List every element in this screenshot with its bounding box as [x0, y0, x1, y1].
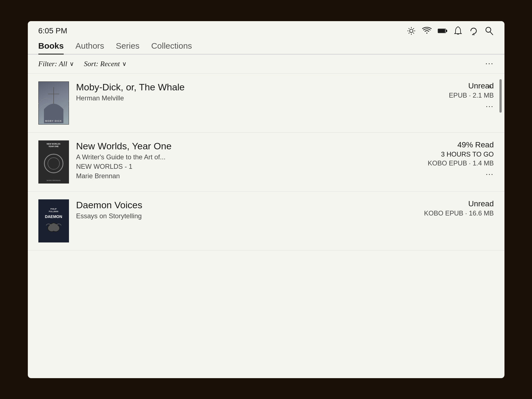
book-author-new-worlds: Marie Brennan: [76, 172, 420, 180]
book-item-daemon-voices[interactable]: PHILIPPULLMAN DAEMON Daemon Voices Essay…: [28, 192, 504, 251]
svg-line-8: [409, 33, 409, 33]
book-subtitle-new-worlds: A Writer's Guide to the Art of...: [76, 153, 420, 161]
battery-icon: [438, 26, 447, 36]
book-cover-moby-dick: MOBY DICK: [38, 81, 69, 125]
svg-rect-11: [438, 29, 445, 32]
sort-dropdown[interactable]: Sort: Recent ∨: [84, 60, 127, 68]
nav-tabs: Books Authors Series Collections: [28, 38, 504, 54]
book-item-new-worlds[interactable]: NEW WORLDSYEAR ONE MARIE BRENNAN New Wor…: [28, 133, 504, 192]
book-more-moby-dick[interactable]: ···: [427, 103, 494, 111]
book-more-new-worlds[interactable]: ···: [427, 170, 494, 179]
sort-chevron-icon: ∨: [122, 60, 127, 68]
book-status-daemon-voices: Unread: [424, 199, 494, 208]
tab-series[interactable]: Series: [116, 41, 140, 54]
book-title-daemon-voices: Daemon Voices: [76, 199, 417, 211]
book-format-new-worlds: KOBO EPUB · 1.4 MB: [427, 159, 494, 167]
cover-title-daemon-voices: DAEMON: [45, 214, 62, 219]
book-meta-moby-dick: Unread EPUB · 2.1 MB ···: [427, 81, 494, 111]
status-icons: [407, 26, 494, 36]
tab-books[interactable]: Books: [38, 41, 64, 54]
book-format-daemon-voices: KOBO EPUB · 16.6 MB: [424, 209, 494, 217]
book-author-moby-dick: Herman Melville: [76, 94, 420, 102]
book-subtitle-daemon-voices: Essays on Storytelling: [76, 212, 417, 220]
status-bar: 6:05 PM: [28, 21, 504, 38]
svg-line-6: [413, 33, 414, 33]
svg-rect-10: [446, 30, 447, 31]
brightness-icon[interactable]: [407, 26, 416, 36]
notification-icon[interactable]: [453, 26, 463, 36]
cover-author-daemon-voices: PHILIPPULLMAN: [49, 208, 58, 213]
cover-moby-dick-text: MOBY DICK: [38, 120, 69, 122]
book-info-daemon-voices: Daemon Voices Essays on Storytelling: [76, 199, 417, 220]
scrollbar[interactable]: [499, 79, 502, 373]
book-time-left-new-worlds: 3 HOURS TO GO: [427, 150, 494, 158]
book-meta-new-worlds: 49% Read 3 HOURS TO GO KOBO EPUB · 1.4 M…: [427, 140, 494, 179]
filter-bar: Filter: All ∨ Sort: Recent ∨ ···: [28, 54, 504, 74]
screen: 6:05 PM: [28, 21, 504, 378]
book-status-moby-dick: Unread: [427, 81, 494, 90]
svg-point-0: [410, 29, 413, 33]
book-cover-daemon-voices: PHILIPPULLMAN DAEMON: [38, 199, 69, 242]
wifi-icon: [422, 26, 432, 36]
svg-line-7: [413, 28, 414, 29]
book-info-new-worlds: New Worlds, Year One A Writer's Guide to…: [76, 140, 420, 180]
book-item-moby-dick[interactable]: MOBY DICK Moby-Dick, or, The Whale Herma…: [28, 74, 504, 133]
book-cover-new-worlds: NEW WORLDSYEAR ONE MARIE BRENNAN: [38, 140, 69, 184]
tab-collections[interactable]: Collections: [151, 41, 192, 54]
scrollbar-thumb[interactable]: [499, 79, 502, 113]
device-frame: 6:05 PM: [23, 16, 509, 383]
cover-circle-new-worlds: [44, 154, 63, 173]
book-format-moby-dick: EPUB · 2.1 MB: [427, 91, 494, 99]
cover-author-new-worlds: MARIE BRENNAN: [46, 180, 60, 181]
status-time: 6:05 PM: [38, 26, 67, 35]
cover-title-new-worlds: NEW WORLDSYEAR ONE: [47, 143, 60, 148]
tab-authors[interactable]: Authors: [75, 41, 104, 54]
filter-dropdown[interactable]: Filter: All ∨: [38, 60, 74, 68]
book-series-new-worlds: NEW WORLDS - 1: [76, 163, 420, 170]
book-meta-daemon-voices: Unread KOBO EPUB · 16.6 MB: [424, 199, 494, 217]
collapse-icon-moby-dick[interactable]: ∧: [488, 83, 492, 90]
filter-chevron-icon: ∨: [70, 60, 74, 68]
book-read-pct-new-worlds: 49% Read: [427, 140, 494, 149]
book-title-moby-dick: Moby-Dick, or, The Whale: [76, 81, 420, 93]
book-info-moby-dick: Moby-Dick, or, The Whale Herman Melville: [76, 81, 420, 102]
filter-more-button[interactable]: ···: [486, 60, 494, 68]
svg-line-13: [490, 32, 493, 35]
books-list: MOBY DICK Moby-Dick, or, The Whale Herma…: [28, 74, 504, 378]
sync-icon[interactable]: [469, 26, 478, 36]
book-title-new-worlds: New Worlds, Year One: [76, 140, 420, 152]
svg-line-5: [409, 28, 409, 29]
search-icon[interactable]: [484, 26, 494, 36]
